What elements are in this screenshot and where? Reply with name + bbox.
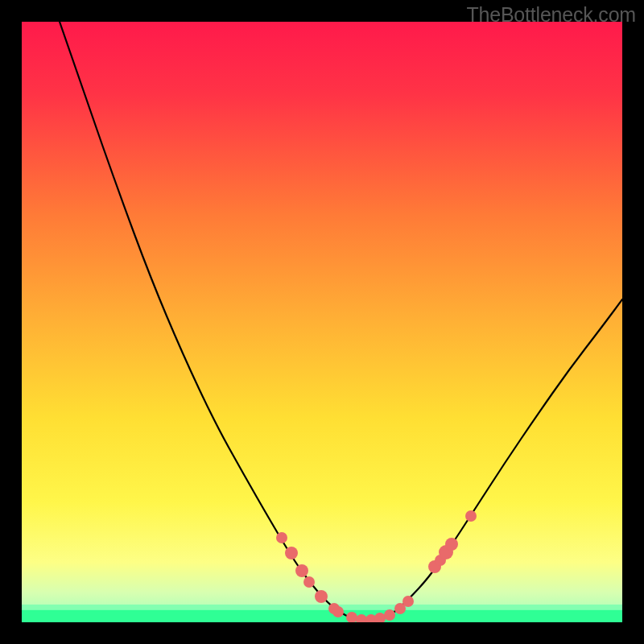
curve-marker bbox=[285, 547, 298, 559]
watermark-text: TheBottleneck.com bbox=[466, 3, 636, 27]
chart-svg bbox=[22, 22, 622, 622]
green-band bbox=[22, 609, 622, 622]
curve-marker bbox=[315, 590, 328, 603]
curve-marker bbox=[465, 510, 477, 522]
curve-marker bbox=[445, 538, 458, 551]
curve-marker bbox=[384, 609, 395, 621]
chart-frame bbox=[22, 22, 622, 622]
curve-marker bbox=[276, 532, 287, 543]
gradient-background bbox=[22, 22, 622, 622]
curve-marker bbox=[295, 564, 308, 577]
curve-marker bbox=[303, 576, 315, 588]
green-band-upper bbox=[22, 605, 622, 610]
curve-marker bbox=[402, 596, 414, 607]
curve-marker bbox=[332, 606, 344, 617]
